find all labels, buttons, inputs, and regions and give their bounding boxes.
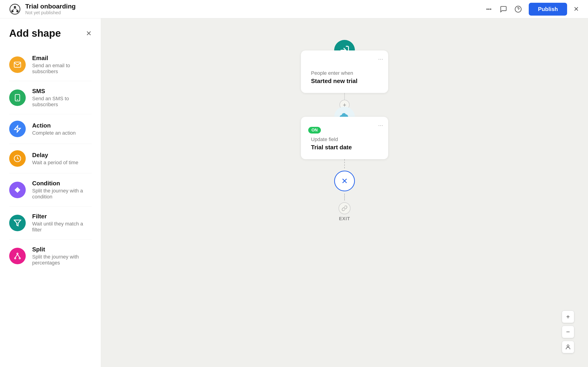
zoom-in-button[interactable]: + bbox=[562, 311, 574, 323]
svg-line-16 bbox=[15, 254, 17, 257]
entry-card-value: Started new trial bbox=[311, 77, 357, 85]
filter-shape-name: Filter bbox=[32, 213, 92, 220]
entry-card[interactable]: ··· People enter when Started new trial bbox=[301, 50, 388, 93]
help-icon bbox=[515, 6, 522, 13]
filter-shape-text: Filter Wait until they match a filter bbox=[32, 213, 92, 233]
email-shape-name: Email bbox=[32, 55, 92, 62]
link-icon bbox=[342, 205, 347, 211]
connector-3 bbox=[344, 194, 345, 200]
connector-line-1 bbox=[344, 93, 345, 100]
workflow-canvas: ··· People enter when Started new trial … bbox=[101, 18, 588, 367]
sms-shape-desc: Send an SMS to subscribers bbox=[32, 96, 92, 108]
shape-item-split[interactable]: Split Split the journey with percentages bbox=[9, 240, 92, 272]
action-shape-text: Action Complete an action bbox=[32, 122, 76, 136]
split-shape-name: Split bbox=[32, 246, 92, 253]
add-shape-panel: Add shape ✕ Email Send an email to subsc… bbox=[0, 18, 101, 367]
email-shape-text: Email Send an email to subscribers bbox=[32, 55, 92, 75]
comments-button[interactable] bbox=[499, 5, 508, 13]
svg-marker-10 bbox=[15, 126, 20, 132]
action-shape-name: Action bbox=[32, 122, 76, 129]
svg-line-17 bbox=[17, 254, 20, 257]
zoom-controls: + − bbox=[562, 311, 574, 353]
action-card-value: Trial start date bbox=[311, 144, 352, 151]
svg-point-13 bbox=[17, 253, 18, 254]
close-button[interactable]: ✕ bbox=[573, 5, 579, 13]
action-shape-desc: Complete an action bbox=[32, 130, 76, 136]
sidebar-title: Add shape bbox=[9, 27, 61, 39]
svg-point-1 bbox=[14, 6, 16, 8]
delay-shape-icon bbox=[9, 150, 26, 167]
app-logo-icon bbox=[9, 3, 21, 15]
entry-card-menu[interactable]: ··· bbox=[378, 56, 383, 63]
delay-shape-desc: Wait a period of time bbox=[32, 160, 78, 166]
exit-label: EXIT bbox=[339, 216, 350, 221]
shape-item-condition[interactable]: Condition Split the journey with a condi… bbox=[9, 173, 92, 206]
entry-card-label: People enter when bbox=[311, 70, 353, 76]
sms-shape-text: SMS Send an SMS to subscribers bbox=[32, 88, 92, 108]
header: Trial onboarding Not yet published ••• P… bbox=[0, 0, 588, 18]
condition-shape-desc: Split the journey with a condition bbox=[32, 188, 92, 200]
svg-line-5 bbox=[15, 8, 17, 10]
dashed-line-1 bbox=[344, 159, 345, 168]
connector-2 bbox=[344, 159, 345, 168]
shape-item-email[interactable]: Email Send an email to subscribers bbox=[9, 48, 92, 81]
exit-node-icon bbox=[338, 202, 351, 214]
condition-shape-name: Condition bbox=[32, 180, 92, 187]
action-on-badge: ON bbox=[308, 127, 321, 133]
dashed-line-2 bbox=[344, 194, 345, 200]
svg-point-0 bbox=[10, 4, 20, 14]
split-shape-text: Split Split the journey with percentages bbox=[32, 246, 92, 266]
filter-shape-icon bbox=[9, 215, 26, 231]
shape-item-filter[interactable]: Filter Wait until they match a filter bbox=[9, 206, 92, 240]
flow-container: ··· People enter when Started new trial … bbox=[301, 37, 388, 221]
action-card[interactable]: ··· ON Update field Trial start date bbox=[301, 117, 388, 159]
condition-shape-text: Condition Split the journey with a condi… bbox=[32, 180, 92, 200]
shape-item-action[interactable]: Action Complete an action bbox=[9, 114, 92, 144]
svg-marker-12 bbox=[14, 220, 21, 226]
svg-point-15 bbox=[19, 258, 20, 259]
email-shape-icon bbox=[9, 56, 26, 73]
sidebar-header: Add shape ✕ bbox=[9, 27, 92, 39]
sidebar-close-button[interactable]: ✕ bbox=[86, 29, 92, 37]
action-shape-icon bbox=[9, 121, 26, 137]
help-button[interactable] bbox=[514, 5, 522, 13]
header-left: Trial onboarding Not yet published bbox=[9, 3, 76, 15]
split-shape-desc: Split the journey with percentages bbox=[32, 254, 92, 266]
condition-shape-icon bbox=[9, 182, 26, 198]
svg-line-4 bbox=[12, 8, 15, 10]
filter-shape-desc: Wait until they match a filter bbox=[32, 221, 92, 233]
action-card-label: Update field bbox=[311, 136, 338, 142]
sms-shape-icon bbox=[9, 90, 26, 106]
header-right: ••• Publish ✕ bbox=[485, 3, 579, 16]
svg-point-2 bbox=[11, 10, 14, 12]
shape-item-sms[interactable]: SMS Send an SMS to subscribers bbox=[9, 81, 92, 114]
more-options-button[interactable]: ••• bbox=[485, 5, 493, 13]
svg-point-14 bbox=[15, 258, 16, 259]
delay-shape-name: Delay bbox=[32, 152, 78, 159]
header-title-group: Trial onboarding Not yet published bbox=[25, 3, 76, 15]
action-card-menu[interactable]: ··· bbox=[378, 122, 383, 129]
split-shape-icon bbox=[9, 248, 26, 264]
drop-target-node[interactable]: ✕ bbox=[334, 171, 355, 191]
email-shape-desc: Send an email to subscribers bbox=[32, 63, 92, 75]
workflow-title: Trial onboarding bbox=[25, 3, 76, 10]
svg-point-18 bbox=[567, 345, 569, 347]
fit-view-button[interactable] bbox=[562, 341, 574, 353]
exit-node: EXIT bbox=[338, 202, 351, 221]
comment-icon bbox=[500, 6, 507, 13]
publish-button[interactable]: Publish bbox=[529, 3, 567, 16]
delay-shape-text: Delay Wait a period of time bbox=[32, 152, 78, 166]
person-icon bbox=[565, 344, 571, 350]
sms-shape-name: SMS bbox=[32, 88, 92, 95]
workflow-status: Not yet published bbox=[25, 10, 76, 15]
svg-point-3 bbox=[16, 10, 19, 12]
zoom-out-button[interactable]: − bbox=[562, 326, 574, 338]
shape-item-delay[interactable]: Delay Wait a period of time bbox=[9, 144, 92, 173]
